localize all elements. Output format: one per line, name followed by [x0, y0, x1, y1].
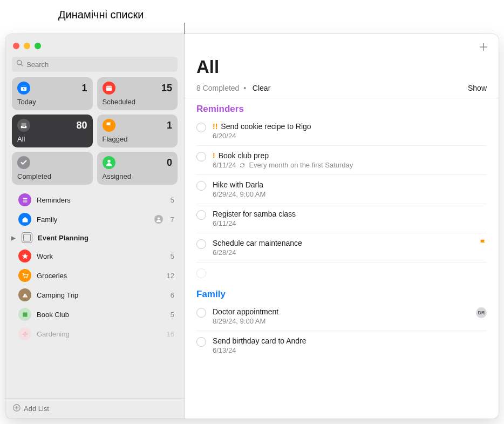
reminder-list: Doctor appointment 8/29/24, 9:00 AM DR S…	[185, 302, 499, 360]
folder-icon	[22, 232, 32, 243]
new-reminder-placeholder[interactable]	[196, 263, 487, 284]
list-item-reminders[interactable]: Reminders 5	[10, 190, 180, 210]
add-list-label: Add List	[24, 405, 49, 413]
list-group-event-planning[interactable]: ▶ Event Planning	[10, 229, 180, 246]
list-name: Reminders	[37, 196, 165, 204]
svg-point-5	[158, 218, 160, 220]
reminder-title: ! Book club prep	[213, 151, 487, 160]
search-input[interactable]	[26, 60, 173, 69]
svg-point-12	[26, 333, 28, 334]
complete-radio[interactable]	[196, 239, 206, 249]
reminder-item[interactable]: Send birthday card to Andre 6/13/24	[196, 331, 487, 360]
list-count: 5	[171, 311, 174, 319]
search-field[interactable]	[12, 57, 178, 72]
reminder-item[interactable]: Schedule car maintenance 6/28/24	[196, 233, 487, 263]
flower-icon	[18, 327, 31, 340]
list-count: 16	[167, 330, 174, 338]
assignee-avatar: DR	[476, 307, 487, 318]
smart-lists-grid: 5 1 Today 15 Scheduled 80 All 1 Flagged …	[5, 77, 184, 190]
list-item-family[interactable]: Family 7	[10, 210, 180, 229]
reminder-title: Doctor appointment	[213, 307, 469, 316]
complete-radio[interactable]	[196, 123, 206, 132]
svg-point-6	[24, 277, 25, 278]
reminder-title: !! Send cookie recipe to Rigo	[213, 122, 487, 131]
list-name: Groceries	[37, 272, 161, 280]
reminder-subtext: 6/29/24, 9:00 AM	[213, 190, 487, 198]
smart-count: 1	[81, 83, 87, 94]
complete-radio[interactable]	[196, 337, 206, 347]
new-reminder-button[interactable]	[478, 42, 489, 52]
reminder-subtext: 6/11/24 Every month on the first Saturda…	[213, 161, 487, 169]
clear-button[interactable]: Clear	[253, 84, 270, 92]
svg-rect-3	[106, 86, 112, 91]
add-list-button[interactable]: Add List	[5, 398, 184, 419]
smart-label: Scheduled	[103, 98, 173, 106]
chevron-right-icon: ▶	[11, 235, 16, 241]
reminder-item[interactable]: Hike with Darla 6/29/24, 9:00 AM	[196, 175, 487, 204]
smart-count: 0	[167, 157, 172, 169]
smart-count: 80	[76, 120, 87, 131]
list-name: Book Club	[37, 311, 165, 319]
complete-radio[interactable]	[196, 308, 206, 318]
priority-indicator: !	[213, 151, 215, 160]
close-window-button[interactable]	[13, 43, 19, 49]
smart-list-scheduled[interactable]: 15 Scheduled	[97, 77, 178, 110]
list-count: 5	[171, 252, 174, 260]
reminder-list: !! Send cookie recipe to Rigo 6/20/24 ! …	[185, 117, 499, 284]
list-item-gardening[interactable]: Gardening 16	[10, 324, 180, 344]
smart-list-completed[interactable]: Completed	[12, 152, 93, 185]
shared-icon	[154, 215, 163, 224]
fullscreen-window-button[interactable]	[35, 43, 41, 49]
smart-list-all[interactable]: 80 All	[12, 115, 93, 147]
tray-icon	[17, 119, 30, 132]
reminder-subtext: 6/20/24	[213, 132, 487, 140]
lists-container: Reminders 5 Family 7▶ Event Planning Wor…	[5, 190, 184, 398]
reminder-item[interactable]: ! Book club prep 6/11/24 Every month on …	[196, 146, 487, 175]
reminder-title: Send birthday card to Andre	[213, 336, 487, 345]
list-icon	[18, 193, 31, 206]
smart-list-today[interactable]: 5 1 Today	[12, 77, 93, 110]
reminder-title: Register for samba class	[213, 210, 487, 218]
main-content: All 8 Completed • Clear Show Reminders !…	[185, 34, 499, 419]
reminder-item[interactable]: !! Send cookie recipe to Rigo 6/20/24	[196, 117, 487, 146]
svg-point-8	[24, 333, 25, 334]
reminder-item[interactable]: Doctor appointment 8/29/24, 9:00 AM DR	[196, 302, 487, 331]
check-icon	[17, 156, 30, 169]
minimize-window-button[interactable]	[24, 43, 30, 49]
window-controls	[5, 34, 184, 55]
reminder-title: Hike with Darla	[213, 180, 487, 189]
callout-label: Динамічні списки	[58, 9, 144, 21]
list-name: Camping Trip	[37, 291, 165, 299]
list-item-work[interactable]: Work 5	[10, 246, 180, 266]
list-count: 5	[171, 196, 174, 204]
smart-label: Completed	[17, 172, 87, 180]
list-item-camping-trip[interactable]: Camping Trip 6	[10, 285, 180, 305]
smart-list-assigned[interactable]: 0 Assigned	[97, 152, 178, 185]
reminder-item[interactable]: Register for samba class 6/11/24	[196, 204, 487, 233]
book-icon	[18, 308, 31, 321]
completed-count: 8 Completed	[196, 84, 239, 92]
complete-radio[interactable]	[196, 152, 206, 161]
reminder-subtext: 6/28/24	[213, 248, 473, 257]
complete-radio-placeholder	[196, 268, 206, 278]
person-icon	[103, 156, 115, 169]
complete-radio[interactable]	[196, 210, 206, 220]
smart-label: Today	[17, 98, 87, 106]
smart-label: All	[17, 135, 87, 143]
search-icon	[16, 59, 26, 69]
cart-icon	[18, 269, 31, 282]
complete-radio[interactable]	[196, 181, 206, 191]
list-name: Gardening	[37, 330, 161, 338]
smart-label: Assigned	[103, 172, 173, 180]
star-icon	[18, 250, 31, 263]
smart-label: Flagged	[103, 135, 173, 143]
dot-separator: •	[241, 84, 250, 92]
show-button[interactable]: Show	[468, 84, 487, 92]
list-item-groceries[interactable]: Groceries 12	[10, 266, 180, 285]
list-item-book-club[interactable]: Book Club 5	[10, 305, 180, 324]
home-icon	[18, 213, 31, 226]
smart-list-flagged[interactable]: 1 Flagged	[97, 115, 178, 147]
list-name: Work	[37, 252, 165, 260]
flag-icon	[103, 119, 115, 132]
list-count: 6	[171, 291, 174, 299]
